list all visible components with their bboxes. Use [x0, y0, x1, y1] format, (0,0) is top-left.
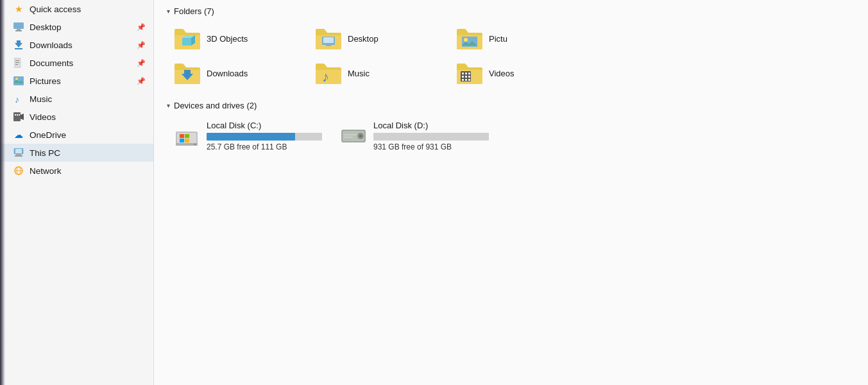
folder-pictures[interactable]: Pictu: [449, 21, 565, 56]
drive-d-icon: [341, 127, 366, 145]
svg-rect-24: [182, 38, 191, 46]
svg-rect-2: [15, 30, 22, 31]
svg-rect-41: [462, 79, 464, 81]
sidebar-item-videos[interactable]: Videos: [0, 108, 153, 126]
drive-d-bar-container: [373, 133, 489, 141]
svg-rect-49: [185, 139, 189, 142]
drive-d-free: 931 GB free of 931 GB: [373, 142, 493, 151]
drives-section-header: ▾ Devices and drives (2): [154, 94, 868, 116]
svg-rect-0: [13, 22, 24, 29]
svg-rect-36: [465, 73, 467, 74]
folder-icon-music: ♪: [316, 62, 341, 84]
sidebar-label-onedrive: OneDrive: [30, 130, 66, 140]
drives-chevron: ▾: [167, 102, 170, 109]
folders-grid: 3D Objects Desktop P: [154, 21, 868, 90]
svg-rect-14: [15, 114, 16, 116]
svg-rect-57: [344, 137, 353, 138]
folder-desktop[interactable]: Desktop: [308, 21, 449, 56]
star-icon: ★: [13, 3, 24, 15]
folder-downloads[interactable]: Downloads: [167, 56, 308, 90]
svg-point-55: [359, 135, 362, 137]
folder-3d-objects[interactable]: 3D Objects: [167, 21, 308, 56]
folder-name-pictures: Pictu: [489, 34, 507, 44]
svg-rect-18: [15, 149, 22, 153]
folder-icon-videos: [457, 62, 482, 84]
drive-c-name: Local Disk (C:): [207, 121, 326, 130]
svg-rect-9: [13, 76, 24, 85]
thispc-icon: [13, 147, 24, 158]
sidebar-label-music: Music: [30, 94, 52, 104]
sidebar-item-onedrive[interactable]: ☁ OneDrive: [0, 126, 153, 144]
sidebar-item-quick-access[interactable]: ★ Quick access: [0, 0, 153, 18]
sidebar-item-thispc[interactable]: This PC: [0, 144, 153, 162]
drive-c-icon: [174, 125, 199, 147]
sidebar-label-documents: Documents: [30, 58, 73, 68]
folder-name-desktop: Desktop: [348, 34, 379, 44]
drives-grid: Local Disk (C:) 25.7 GB free of 111 GB L…: [154, 116, 868, 157]
music-icon: ♪: [13, 93, 24, 105]
drive-c-bar-fill: [207, 133, 295, 141]
svg-rect-4: [15, 48, 22, 49]
drive-c-bar-container: [207, 133, 322, 141]
sidebar-item-desktop[interactable]: Desktop 📌: [0, 18, 153, 36]
pictures-icon: [13, 75, 24, 87]
folders-chevron: ▾: [167, 8, 170, 15]
videos-icon: [13, 111, 24, 123]
sidebar-item-music[interactable]: ♪ Music: [0, 90, 153, 108]
sidebar-label-downloads: Downloads: [30, 40, 72, 50]
svg-rect-35: [462, 73, 464, 74]
sidebar-item-documents[interactable]: Documents 📌: [0, 54, 153, 72]
sidebar: ★ Quick access Desktop 📌 Downloads 📌 Doc…: [0, 0, 154, 385]
drive-c[interactable]: Local Disk (C:) 25.7 GB free of 111 GB: [167, 116, 334, 157]
drive-c-free: 25.7 GB free of 111 GB: [207, 142, 326, 151]
folders-section-title: Folders (7): [174, 6, 214, 16]
drives-section-title: Devices and drives (2): [174, 101, 257, 110]
svg-rect-6: [15, 60, 19, 61]
drive-d[interactable]: Local Disk (D:) 931 GB free of 931 GB: [334, 116, 500, 157]
sidebar-label-videos: Videos: [30, 112, 56, 122]
folder-name-downloads: Downloads: [207, 69, 248, 78]
svg-rect-8: [15, 64, 18, 65]
sidebar-label-network: Network: [30, 166, 62, 176]
svg-marker-13: [21, 114, 24, 120]
svg-rect-47: [185, 134, 189, 138]
svg-rect-1: [17, 29, 21, 30]
network-icon: [13, 165, 24, 176]
svg-rect-28: [323, 37, 334, 43]
main-content: ▾ Folders (7) 3D Objects: [154, 0, 868, 385]
svg-rect-29: [326, 45, 331, 46]
svg-rect-46: [180, 134, 184, 138]
svg-rect-7: [15, 62, 19, 63]
sidebar-label-quick-access: Quick access: [30, 4, 81, 14]
svg-rect-42: [465, 79, 467, 81]
pin-icon-documents: 📌: [137, 59, 146, 67]
svg-rect-12: [13, 112, 21, 121]
svg-point-31: [464, 38, 468, 42]
folder-name-3d-objects: 3D Objects: [207, 34, 248, 44]
svg-rect-38: [462, 76, 464, 78]
svg-rect-56: [344, 134, 357, 135]
sidebar-item-pictures[interactable]: Pictures 📌: [0, 72, 153, 90]
folder-icon-desktop: [316, 28, 341, 49]
folder-icon-downloads: [174, 62, 200, 84]
documents-icon: [13, 57, 24, 69]
folders-section-header: ▾ Folders (7): [154, 0, 868, 21]
folder-videos[interactable]: Videos: [449, 56, 590, 90]
drive-d-name: Local Disk (D:): [373, 121, 493, 130]
svg-marker-3: [15, 40, 22, 47]
pin-icon-desktop: 📌: [137, 23, 146, 31]
svg-rect-16: [19, 114, 20, 116]
folder-music[interactable]: ♪ Music: [308, 56, 449, 90]
svg-rect-48: [180, 139, 184, 142]
pin-icon-downloads: 📌: [137, 41, 146, 49]
svg-text:♪: ♪: [322, 69, 329, 84]
svg-text:♪: ♪: [15, 94, 19, 104]
sidebar-item-downloads[interactable]: Downloads 📌: [0, 36, 153, 54]
folder-name-videos: Videos: [489, 69, 515, 78]
svg-rect-19: [16, 154, 21, 155]
svg-rect-40: [468, 76, 470, 78]
sidebar-item-network[interactable]: Network: [0, 162, 153, 180]
folder-icon-pictures: [457, 28, 482, 49]
sidebar-label-pictures: Pictures: [30, 76, 61, 86]
svg-rect-20: [15, 155, 22, 157]
